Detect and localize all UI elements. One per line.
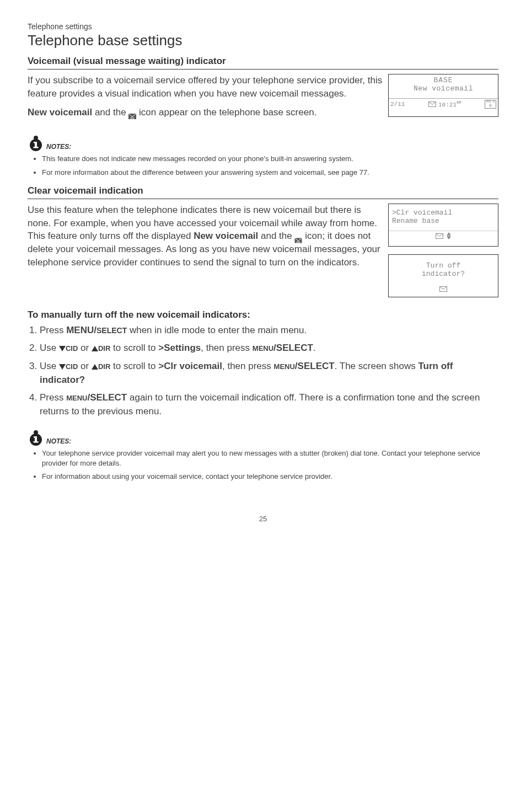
notes-list-2: Your telephone service provider voicemai…: [28, 448, 498, 482]
t: Use: [40, 361, 59, 371]
t: to scroll to: [110, 361, 158, 371]
lcd-title: BASE: [389, 74, 498, 84]
t: DIR: [98, 344, 110, 352]
t: or: [78, 361, 92, 371]
lcd-time: 10:21: [438, 101, 457, 108]
text-clear-bold: New voicemail: [194, 231, 258, 241]
notes-header-1: NOTES:: [28, 135, 498, 152]
note-item: Your telephone service provider voicemai…: [42, 448, 498, 468]
envelope-icon: VM: [294, 234, 302, 239]
svg-rect-15: [34, 436, 37, 438]
lcd-ampm: AM: [457, 100, 461, 105]
notes-label: NOTES:: [46, 437, 71, 446]
lcd-msg-box: MSG # 0: [485, 100, 496, 109]
t: or: [78, 343, 92, 353]
t: . The screen shows: [335, 361, 418, 371]
svg-text:VM: VM: [296, 240, 300, 243]
t: SELECT: [96, 326, 127, 335]
t: Press: [40, 325, 66, 335]
t: when in idle mode to enter the main menu…: [127, 325, 307, 335]
steps-list: Press MENU/SELECT when in idle mode to e…: [28, 324, 498, 419]
down-triangle-icon: [59, 346, 66, 351]
up-triangle-icon: [92, 364, 98, 370]
t: , then press: [222, 361, 274, 371]
t: Use: [40, 343, 59, 353]
step-4: Press MENU/SELECT again to turn the voic…: [40, 391, 498, 418]
lcd-line-newvm: New voicemail: [389, 84, 498, 93]
svg-point-13: [34, 430, 38, 435]
steps-heading: To manually turn off the new voicemail i…: [28, 309, 498, 320]
up-down-icon: [447, 232, 451, 240]
step-3: Use CID or DIR to scroll to >Clr voicema…: [40, 360, 498, 387]
subheading-clear-vm: Clear voicemail indication: [28, 185, 498, 199]
t: CID: [66, 344, 78, 352]
text-new-voicemail: New voicemail: [28, 107, 92, 117]
lcd-msg-count: 0: [489, 103, 492, 108]
t: /SELECT: [295, 361, 335, 371]
down-triangle-icon: [59, 364, 66, 370]
svg-text:VM: VM: [130, 116, 135, 119]
step-2: Use CID or DIR to scroll to >Settings, t…: [40, 341, 498, 355]
lcd-menu-line1: >Clr voicemail: [389, 204, 498, 217]
note-item: For information about using your voicema…: [42, 472, 498, 482]
text-icon-appear: icon appear on the telephone base screen…: [136, 107, 316, 117]
lcd-screen-base: BASE New voicemail 2/11 10:21AM MSG # 0: [388, 74, 498, 117]
envelope-icon: [439, 286, 447, 292]
t: to scroll to: [110, 343, 158, 353]
text-and-the: and the: [92, 107, 128, 117]
page-number: 25: [28, 515, 498, 523]
subheading-vm-indicator: Voicemail (visual message waiting) indic…: [28, 56, 498, 70]
notes-label: NOTES:: [46, 143, 71, 152]
section-pretitle: Telephone settings: [28, 22, 498, 31]
notes-list-1: This feature does not indicate new messa…: [28, 154, 498, 177]
t: >Settings: [158, 343, 201, 353]
t: MENU: [253, 344, 273, 352]
lcd-menu-footer: [389, 231, 498, 240]
t: .: [313, 343, 316, 353]
svg-rect-16: [34, 441, 39, 443]
envelope-icon: [436, 233, 443, 239]
t: MENU/: [66, 325, 96, 335]
envelope-icon: [428, 101, 436, 107]
t: Press: [40, 392, 66, 403]
step-1: Press MENU/SELECT when in idle mode to e…: [40, 324, 498, 338]
lcd-confirm-line2: indicator?: [389, 270, 498, 278]
t: >Clr voicemail: [158, 361, 222, 371]
lcd-screen-confirm: Turn off indicator?: [388, 254, 498, 297]
t: , then press: [201, 343, 253, 353]
svg-point-4: [34, 136, 38, 140]
svg-rect-7: [34, 147, 39, 148]
text-clear-c: and the: [258, 231, 294, 241]
note-item: This feature does not indicate new messa…: [42, 154, 498, 164]
t: CID: [66, 362, 78, 371]
info-icon: [28, 430, 44, 446]
envelope-icon: VM: [128, 110, 136, 115]
lcd-date: 2/11: [390, 101, 405, 108]
notes-header-2: NOTES:: [28, 430, 498, 446]
t: /SELECT: [87, 392, 127, 403]
lcd-menu-line2: Rename base: [389, 217, 498, 225]
t: DIR: [98, 362, 110, 371]
t: MENU: [274, 362, 295, 371]
svg-rect-6: [34, 142, 37, 143]
lcd-statusbar: 2/11 10:21AM MSG # 0: [389, 98, 498, 109]
page-title: Telephone base settings: [28, 32, 498, 49]
lcd-screen-menu: >Clr voicemail Rename base: [388, 204, 498, 247]
lcd-confirm-footer: [389, 278, 498, 292]
info-icon: [28, 135, 44, 152]
note-item: For more information about the differenc…: [42, 168, 498, 178]
up-triangle-icon: [92, 346, 98, 351]
lcd-confirm-line1: Turn off: [389, 255, 498, 270]
t: MENU: [66, 394, 87, 402]
t: /SELECT: [273, 343, 313, 353]
